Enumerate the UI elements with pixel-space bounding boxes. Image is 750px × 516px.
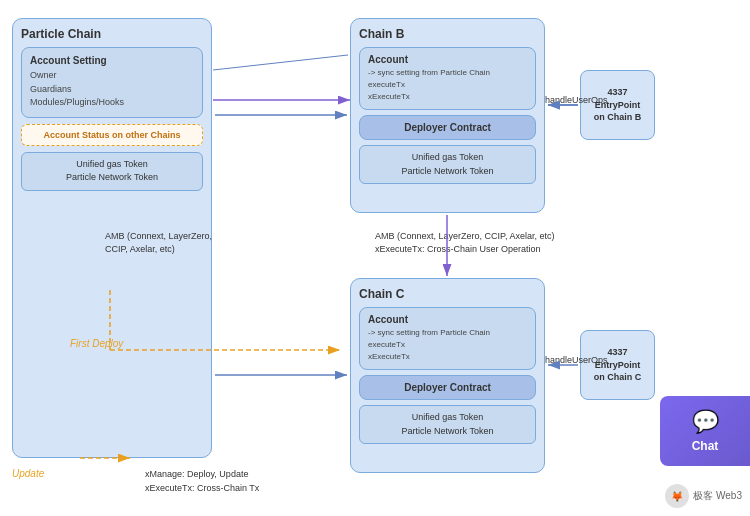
entrypoint-b-text: 4337 EntryPoint on Chain B [594, 86, 642, 124]
chain-c-unified-gas-text: Unified gas Token Particle Network Token [368, 411, 527, 438]
particle-chain-title: Particle Chain [21, 27, 203, 41]
chain-c-box: Chain C Account -> sync setting from Par… [350, 278, 545, 473]
account-setting-owner: Owner [30, 69, 194, 83]
chain-b-account-title: Account [368, 54, 527, 65]
chat-label: Chat [692, 439, 719, 453]
diagram-container: Particle Chain Account Setting Owner Gua… [0, 0, 750, 516]
chain-c-sync: -> sync setting from Particle Chain [368, 327, 527, 339]
chain-c-xexecutetx: xExecuteTx [368, 351, 527, 363]
chain-c-deployer-title: Deployer Contract [368, 382, 527, 393]
watermark-icon: 🦊 [665, 484, 689, 508]
account-setting-modules: Modules/Plugins/Hooks [30, 96, 194, 110]
chain-c-executetx: executeTx [368, 339, 527, 351]
chain-b-box: Chain B Account -> sync setting from Par… [350, 18, 545, 213]
chain-b-account-box: Account -> sync setting from Particle Ch… [359, 47, 536, 110]
chain-c-account-box: Account -> sync setting from Particle Ch… [359, 307, 536, 370]
label-xmanage: xManage: Deploy, UpdatexExecuteTx: Cross… [145, 468, 259, 495]
particle-unified-gas-text: Unified gas Token Particle Network Token [30, 158, 194, 185]
chain-c-unified-gas-box: Unified gas Token Particle Network Token [359, 405, 536, 444]
label-amb1: AMB (Connext, LayerZero,CCIP, Axelar, et… [105, 230, 240, 255]
chain-b-unified-gas-text: Unified gas Token Particle Network Token [368, 151, 527, 178]
chain-b-title: Chain B [359, 27, 536, 41]
label-amb2: AMB (Connext, LayerZero, CCIP, Axelar, e… [375, 230, 585, 255]
watermark: 🦊 极客 Web3 [665, 484, 742, 508]
entrypoint-b-box: 4337 EntryPoint on Chain B [580, 70, 655, 140]
chat-icon: 💬 [692, 409, 719, 435]
particle-unified-gas-box: Unified gas Token Particle Network Token [21, 152, 203, 191]
chat-button[interactable]: 💬 Chat [660, 396, 750, 466]
entrypoint-c-text: 4337 EntryPoint on Chain C [594, 346, 642, 384]
label-first-deploy: First Deploy [70, 338, 123, 349]
chain-b-deployer-title: Deployer Contract [368, 122, 527, 133]
chain-b-deployer-box: Deployer Contract [359, 115, 536, 140]
account-setting-title: Account Setting [30, 55, 194, 66]
account-setting-box: Account Setting Owner Guardians Modules/… [21, 47, 203, 118]
chain-b-executetx: executeTx [368, 79, 527, 91]
chain-c-account-title: Account [368, 314, 527, 325]
account-setting-guardians: Guardians [30, 83, 194, 97]
watermark-text: 极客 Web3 [693, 489, 742, 503]
label-update: Update [12, 468, 44, 479]
chain-c-title: Chain C [359, 287, 536, 301]
chain-b-sync: -> sync setting from Particle Chain [368, 67, 527, 79]
label-handleuserops-c: handleUserOps [545, 355, 608, 365]
account-status-box: Account Status on other Chains [21, 124, 203, 146]
chain-b-xexecutetx: xExecuteTx [368, 91, 527, 103]
label-handleuserops-b: handleUserOps [545, 95, 608, 105]
svg-line-11 [213, 55, 348, 70]
account-status-text: Account Status on other Chains [30, 130, 194, 140]
entrypoint-c-box: 4337 EntryPoint on Chain C [580, 330, 655, 400]
chain-c-deployer-box: Deployer Contract [359, 375, 536, 400]
chain-b-unified-gas-box: Unified gas Token Particle Network Token [359, 145, 536, 184]
